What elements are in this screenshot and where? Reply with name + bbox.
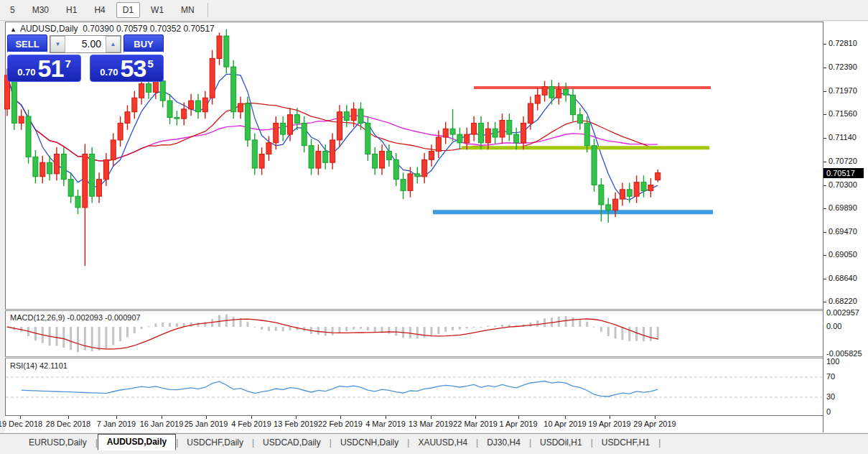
- price-axis-tick: [823, 255, 826, 256]
- time-axis-label: 13 Feb 2019: [274, 420, 318, 428]
- sell-price-pipette: 7: [65, 57, 70, 70]
- chart-tab-usdchf-h1[interactable]: USDCHF,H1: [593, 435, 658, 450]
- chart-tab-bar: EURUSD,Daily|AUDUSD,Daily|USDCHF,Daily|U…: [0, 433, 868, 450]
- volume-box: ▼ 5.00 ▲: [50, 35, 121, 53]
- time-axis-tick: [340, 416, 341, 419]
- rsi-label: RSI(14) 42.1101: [10, 361, 67, 370]
- time-axis-label: 22 Mar 2019: [453, 420, 498, 428]
- rsi-axis-label: 30: [826, 392, 835, 401]
- time-axis-tick: [162, 416, 162, 419]
- price-axis-tick: [823, 185, 826, 186]
- time-axis-label: 28 Dec 2018: [46, 420, 90, 428]
- sell-price-big: 51: [38, 56, 64, 80]
- chart-tab-xauusd-h4[interactable]: XAUUSD,H4: [409, 435, 476, 450]
- chart-tab-usdcnh-daily[interactable]: USDCNH,Daily: [332, 435, 407, 450]
- time-axis-label: 7 Jan 2019: [97, 420, 136, 428]
- sell-price-prefix: 0.70: [17, 67, 35, 78]
- price-axis-label: 0.68220: [829, 297, 857, 305]
- price-axis-tick: [823, 138, 826, 139]
- chart-tab-usdoil-h1[interactable]: USDOil,H1: [531, 435, 591, 450]
- time-axis-tick: [296, 416, 297, 419]
- timeframe-button-m30[interactable]: M30: [26, 2, 55, 18]
- price-axis-label: 0.69470: [829, 227, 857, 236]
- buy-price-prefix: 0.70: [100, 67, 118, 78]
- volume-increase-button[interactable]: ▲: [106, 36, 121, 52]
- time-axis-label: 16 Jan 2019: [140, 420, 184, 428]
- time-axis-label: 13 Mar 2019: [409, 420, 453, 428]
- time-axis-label: 1 Apr 2019: [499, 420, 537, 428]
- time-axis-tick: [655, 416, 655, 419]
- price-axis-tick: [823, 279, 826, 279]
- sell-button[interactable]: SELL: [7, 34, 47, 53]
- one-click-trade-panel: SELL ▼ 5.00 ▲ BUY 0.70 51 7 0.70 53 5: [7, 34, 164, 82]
- time-axis-tick: [251, 416, 252, 419]
- chart-tab-usdcad-daily[interactable]: USDCAD,Daily: [254, 435, 330, 450]
- time-axis-label: 19 Dec 2018: [0, 420, 42, 428]
- price-axis-tick: [823, 232, 826, 233]
- time-axis-tick: [475, 416, 476, 419]
- price-axis-label: 0.70720: [829, 157, 857, 165]
- time-axis-label: 10 Apr 2019: [543, 420, 586, 428]
- time-axis-tick: [518, 416, 519, 419]
- time-axis-tick: [565, 416, 566, 419]
- macd-label: MACD(12,26,9) -0.002093 -0.000907: [10, 313, 141, 322]
- price-axis-tick: [823, 162, 826, 162]
- price-axis-label: 0.72810: [829, 39, 857, 47]
- rsi-axis-label: 100: [826, 357, 839, 366]
- macd-axis-label: 0.00: [826, 322, 841, 330]
- buy-button[interactable]: BUY: [123, 34, 164, 53]
- time-axis-label: 29 Apr 2019: [633, 420, 676, 428]
- price-axis-label: 0.70300: [829, 180, 857, 189]
- volume-decrease-button[interactable]: ▼: [50, 36, 65, 52]
- volume-input[interactable]: 5.00: [65, 36, 106, 52]
- timeframe-button-d1[interactable]: D1: [116, 2, 140, 18]
- timeframe-button-5[interactable]: 5: [4, 2, 22, 18]
- price-axis-tick: [823, 91, 826, 92]
- time-axis-label: 19 Apr 2019: [588, 420, 630, 428]
- chart-tab-dj30-h4[interactable]: DJ30,H4: [478, 435, 529, 450]
- toolbar-separator: [207, 3, 208, 17]
- buy-price-tile[interactable]: 0.70 53 5: [90, 55, 164, 82]
- timeframe-button-w1[interactable]: W1: [144, 2, 170, 18]
- price-axis-label: 0.69890: [829, 203, 857, 212]
- time-axis-tick: [431, 416, 431, 419]
- chart-tab-audusd-daily[interactable]: AUDUSD,Daily: [98, 434, 176, 450]
- price-axis-label: 0.69050: [829, 250, 857, 259]
- tab-divider: |: [658, 437, 661, 450]
- sell-price-tile[interactable]: 0.70 51 7: [7, 55, 81, 82]
- macd-axis-label: 0.002957: [826, 308, 859, 317]
- price-axis-tick: [823, 114, 826, 115]
- time-axis-tick: [116, 416, 117, 419]
- rsi-axis-label: 0: [826, 407, 831, 416]
- rsi-panel[interactable]: [5, 358, 823, 415]
- time-axis-tick: [20, 416, 21, 419]
- price-axis-tick: [823, 44, 826, 45]
- price-axis-label: 0.71560: [829, 109, 857, 118]
- current-price-badge: 0.70517: [823, 168, 864, 178]
- timeframe-button-mn[interactable]: MN: [174, 2, 201, 18]
- chart-symbol-label: AUDUSD,Daily: [20, 24, 78, 34]
- time-axis-label: 22 Feb 2019: [318, 420, 363, 428]
- price-axis-label: 0.68640: [829, 274, 857, 282]
- buy-price-pipette: 5: [147, 57, 153, 70]
- price-axis-tick: [823, 68, 826, 68]
- collapse-icon[interactable]: ▲: [10, 26, 17, 33]
- buy-price-big: 53: [121, 56, 146, 80]
- chart-tab-usdchf-daily[interactable]: USDCHF,Daily: [178, 435, 252, 450]
- chart-tab-eurusd-daily[interactable]: EURUSD,Daily: [20, 435, 95, 450]
- time-axis-tick: [610, 416, 610, 419]
- price-axis-label: 0.72390: [829, 62, 857, 71]
- price-axis-label: 0.71140: [829, 133, 857, 142]
- time-axis-label: 4 Feb 2019: [231, 420, 271, 428]
- chart-ohlc-values: 0.70390 0.70579 0.70352 0.70517: [83, 24, 215, 34]
- price-axis-tick: [823, 302, 826, 302]
- price-axis-label: 0.71970: [829, 86, 857, 95]
- timeframe-button-h1[interactable]: H1: [60, 2, 83, 18]
- chart-title: ▲AUDUSD,Daily 0.70390 0.70579 0.70352 0.…: [10, 24, 215, 34]
- price-axis-tick: [823, 208, 826, 209]
- time-axis-label: 4 Mar 2019: [365, 420, 406, 428]
- timeframe-toolbar: 5M30H1H4D1W1MN: [0, 0, 868, 21]
- timeframe-button-h4[interactable]: H4: [88, 2, 111, 18]
- time-axis-tick: [386, 416, 386, 419]
- time-axis-tick: [68, 416, 69, 419]
